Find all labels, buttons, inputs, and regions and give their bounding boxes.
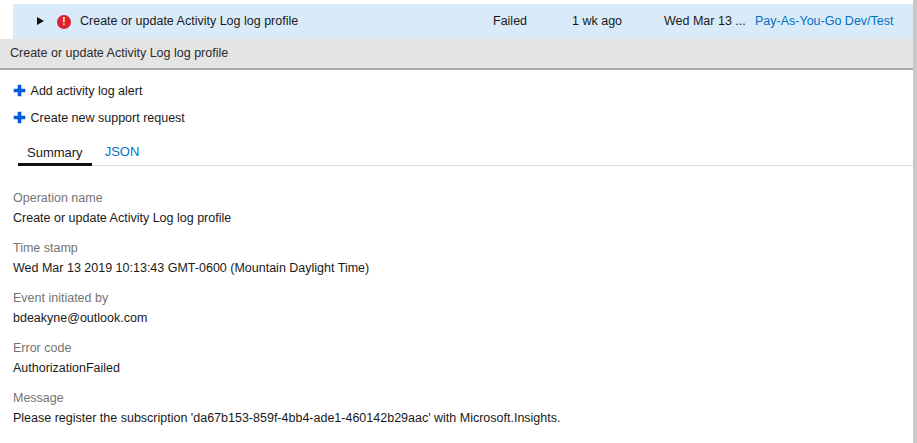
summary-fields: Operation name Create or update Activity… [13,188,903,438]
tab-summary[interactable]: Summary [18,140,92,166]
action-label: Create new support request [31,111,185,125]
field-event-initiated-by: Event initiated by bdeakyne@outlook.com [13,288,903,328]
field-label: Time stamp [13,238,903,258]
field-value: AuthorizationFailed [13,358,903,378]
field-error-code: Error code AuthorizationFailed [13,338,903,378]
error-status-icon: ! [57,15,71,29]
field-operation-name: Operation name Create or update Activity… [13,188,903,228]
tab-bar: Summary JSON [18,139,913,166]
create-support-request-link[interactable]: ✚Create new support request [13,109,185,127]
row-timestamp: Wed Mar 13 ... [664,4,746,39]
detail-header-title: Create or update Activity Log log profil… [0,39,913,70]
field-label: Event initiated by [13,288,903,308]
plus-icon: ✚ [13,109,26,126]
row-status: Failed [493,4,527,39]
field-value: Wed Mar 13 2019 10:13:43 GMT-0600 (Mount… [13,258,903,278]
row-operation-name: Create or update Activity Log log profil… [80,4,298,39]
activity-log-row[interactable]: ! Create or update Activity Log log prof… [13,4,913,39]
field-label: Operation name [13,188,903,208]
vertical-scrollbar[interactable] [913,0,917,443]
field-value: Create or update Activity Log log profil… [13,208,903,228]
action-label: Add activity log alert [31,84,143,98]
field-value: bdeakyne@outlook.com [13,308,903,328]
subscription-link[interactable]: Pay-As-You-Go Dev/Test [755,4,893,39]
plus-icon: ✚ [13,82,26,99]
add-activity-log-alert-link[interactable]: ✚Add activity log alert [13,82,142,100]
field-message: Message Please register the subscription… [13,388,903,428]
field-time-stamp: Time stamp Wed Mar 13 2019 10:13:43 GMT-… [13,238,903,278]
field-label: Message [13,388,903,408]
row-time-ago: 1 wk ago [572,4,622,39]
field-label: Error code [13,338,903,358]
field-value: Please register the subscription 'da67b1… [13,408,903,428]
expand-row-icon[interactable] [37,17,44,25]
tab-json[interactable]: JSON [96,139,149,165]
